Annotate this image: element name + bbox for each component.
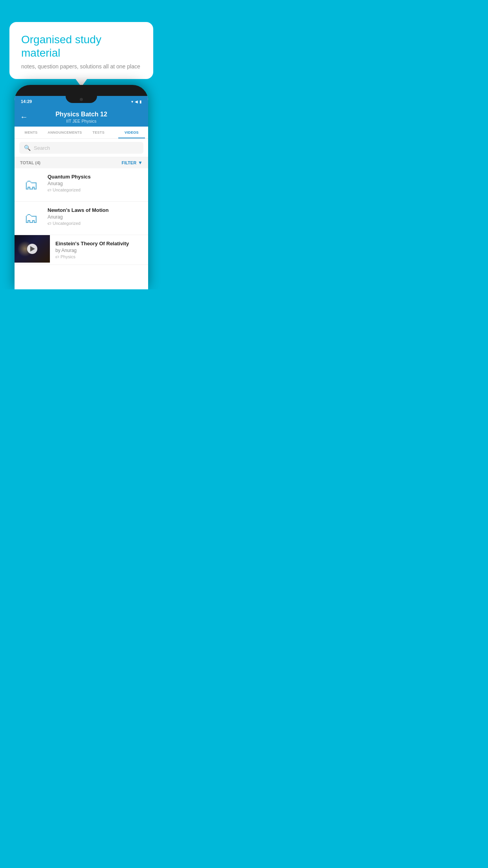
folder-icon: 🗂 bbox=[24, 210, 38, 226]
search-placeholder: Search bbox=[34, 145, 50, 151]
search-icon: 🔍 bbox=[24, 145, 31, 151]
filter-row: TOTAL (4) FILTER ▼ bbox=[15, 157, 148, 168]
video-info: Einstein's Theory Of Relativity by Anura… bbox=[55, 235, 143, 265]
video-thumbnail bbox=[15, 235, 50, 263]
folder-icon-wrap: 🗂 bbox=[20, 174, 42, 196]
speech-bubble: Organised study material notes, question… bbox=[9, 22, 153, 79]
header-title: Physics Batch 12 bbox=[21, 111, 142, 118]
tag-icon: 🏷 bbox=[48, 188, 51, 192]
filter-icon: ▼ bbox=[138, 160, 143, 166]
search-input-wrap[interactable]: 🔍 Search bbox=[19, 142, 143, 154]
battery-icon: ▮ bbox=[139, 99, 142, 104]
video-author: Anurag bbox=[48, 181, 143, 186]
video-info: Quantum Physics Anurag 🏷 Uncategorized bbox=[48, 174, 143, 192]
status-time: 14:29 bbox=[21, 99, 32, 104]
status-icons: ▾ ◀ ▮ bbox=[131, 99, 142, 104]
tab-ments[interactable]: MENTS bbox=[15, 127, 48, 138]
list-item[interactable]: 🗂 Quantum Physics Anurag 🏷 Uncategorized bbox=[15, 168, 148, 202]
tag-icon: 🏷 bbox=[48, 221, 51, 226]
phone-screen: 14:29 ▾ ◀ ▮ ← Physics Batch 12 IIT JEE P… bbox=[15, 96, 148, 289]
video-tag: 🏷 Physics bbox=[55, 254, 143, 259]
bubble-title: Organised study material bbox=[21, 33, 141, 59]
tag-icon: 🏷 bbox=[55, 255, 59, 259]
folder-icon: 🗂 bbox=[24, 177, 38, 193]
back-button[interactable]: ← bbox=[20, 112, 28, 121]
play-button[interactable] bbox=[27, 244, 37, 254]
tab-announcements[interactable]: ANNOUNCEMENTS bbox=[48, 127, 82, 138]
folder-icon-wrap: 🗂 bbox=[20, 207, 42, 229]
phone-mockup: 14:29 ▾ ◀ ▮ ← Physics Batch 12 IIT JEE P… bbox=[15, 85, 148, 289]
notch-camera bbox=[80, 98, 83, 101]
signal-icon: ◀ bbox=[135, 99, 138, 104]
tab-tests[interactable]: TESTS bbox=[82, 127, 115, 138]
video-title: Einstein's Theory Of Relativity bbox=[55, 241, 143, 246]
video-info: Newton's Laws of Motion Anurag 🏷 Uncateg… bbox=[48, 207, 143, 226]
notch bbox=[66, 96, 97, 103]
search-bar: 🔍 Search bbox=[15, 139, 148, 157]
video-list: 🗂 Quantum Physics Anurag 🏷 Uncategorized… bbox=[15, 168, 148, 289]
total-count: TOTAL (4) bbox=[20, 160, 40, 165]
video-author: by Anurag bbox=[55, 248, 143, 253]
tab-videos[interactable]: VIDEOS bbox=[115, 127, 148, 138]
list-item[interactable]: Einstein's Theory Of Relativity by Anura… bbox=[15, 235, 148, 265]
video-tag: 🏷 Uncategorized bbox=[48, 221, 143, 226]
video-title: Quantum Physics bbox=[48, 174, 143, 180]
play-icon bbox=[30, 246, 35, 252]
app-header: ← Physics Batch 12 IIT JEE Physics bbox=[15, 107, 148, 127]
tabs-bar: MENTS ANNOUNCEMENTS TESTS VIDEOS bbox=[15, 127, 148, 139]
video-title: Newton's Laws of Motion bbox=[48, 207, 143, 213]
video-tag: 🏷 Uncategorized bbox=[48, 188, 143, 192]
wifi-icon: ▾ bbox=[131, 99, 133, 104]
list-item[interactable]: 🗂 Newton's Laws of Motion Anurag 🏷 Uncat… bbox=[15, 202, 148, 235]
filter-button[interactable]: FILTER ▼ bbox=[121, 160, 143, 166]
video-author: Anurag bbox=[48, 214, 143, 220]
header-subtitle: IIT JEE Physics bbox=[21, 119, 142, 123]
bubble-subtitle: notes, question papers, solutions all at… bbox=[21, 63, 141, 70]
